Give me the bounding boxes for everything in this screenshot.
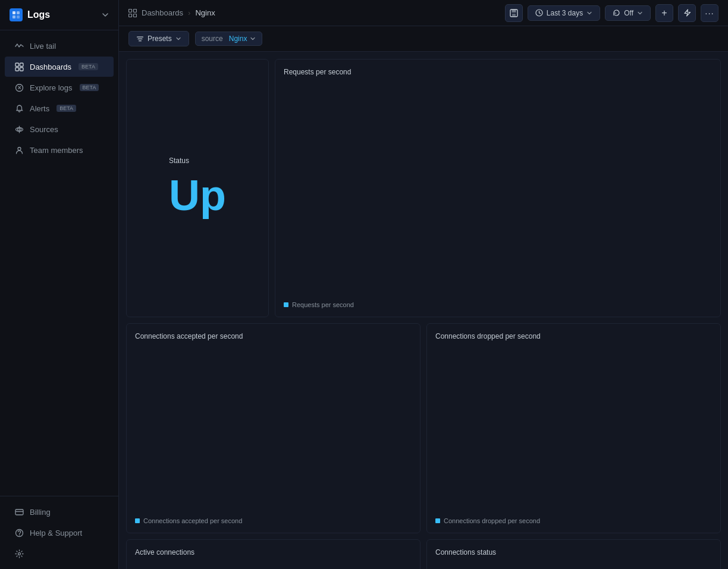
legend-dot — [135, 504, 140, 508]
breadcrumb-nginx: Nginx — [195, 8, 215, 17]
chevron-down-icon — [586, 10, 592, 16]
status-value: Up — [169, 111, 226, 160]
filter-value: Nginx — [229, 35, 247, 43]
sidebar-item-label: Billing — [30, 508, 51, 517]
sidebar-item-label: Alerts — [30, 104, 49, 113]
credit-card-icon — [14, 507, 24, 517]
svg-rect-6 — [15, 67, 19, 71]
svg-point-11 — [18, 147, 21, 150]
clock-icon — [535, 9, 543, 17]
lightning-button[interactable] — [678, 4, 696, 22]
breadcrumb: Dashboards › Nginx — [128, 8, 215, 17]
svg-rect-17 — [129, 9, 132, 12]
filter-key: source — [202, 35, 223, 43]
svg-rect-4 — [15, 63, 19, 67]
sidebar-item-billing[interactable]: Billing — [5, 502, 114, 522]
legend-dot-waiting — [512, 504, 517, 508]
svg-rect-2 — [12, 15, 15, 18]
requests-per-second-title: Requests per second — [284, 68, 712, 76]
breadcrumb-dashboards[interactable]: Dashboards — [142, 8, 183, 17]
chevron-down-icon — [250, 36, 256, 42]
sidebar-item-explore-logs[interactable]: Explore logs BETA — [5, 77, 114, 98]
active-connections-legend: Connections accepted per second — [135, 502, 412, 509]
dashboard-content: Status Up Requests per second Requests p… — [119, 52, 728, 569]
requests-per-second-panel: Requests per second Requests per second — [275, 59, 721, 197]
bell-icon — [14, 104, 24, 113]
source-filter-tag[interactable]: source Nginx — [195, 32, 263, 46]
legend-label-waiting: Connections waiting — [520, 502, 579, 509]
connections-status-panel: Connections status Connections reading C… — [426, 364, 721, 518]
grid-icon — [14, 62, 24, 71]
time-range-button[interactable]: Last 3 days — [528, 5, 600, 21]
logo-icon — [10, 8, 23, 21]
refresh-label: Off — [624, 9, 633, 17]
help-circle-icon — [14, 528, 24, 537]
topbar: Dashboards › Nginx Last 3 days Off + ··· — [119, 0, 728, 26]
sidebar-item-live-tail[interactable]: Live tail — [5, 36, 114, 56]
sidebar-item-label: Explore logs — [30, 83, 73, 92]
app-logo: Logs — [0, 0, 118, 30]
explore-icon — [14, 83, 24, 92]
svg-rect-22 — [512, 10, 516, 12]
connections-status-chart — [435, 387, 712, 498]
dashboards-breadcrumb-icon — [128, 9, 137, 17]
legend-label: Connections dropped per second — [444, 342, 540, 349]
legend-dot — [284, 182, 288, 187]
sidebar-item-alerts[interactable]: Alerts BETA — [5, 98, 114, 118]
sidebar-bottom: Billing Help & Support — [0, 496, 118, 569]
sidebar-item-team-members[interactable]: Team members — [5, 140, 114, 160]
legend-label: Requests per second — [292, 181, 354, 188]
svg-rect-12 — [15, 509, 23, 515]
sidebar-item-settings[interactable] — [5, 543, 114, 564]
sidebar-item-help-support[interactable]: Help & Support — [5, 523, 114, 543]
app-name: Logs — [27, 10, 50, 20]
row-3: Active connections Connections accepted … — [126, 364, 721, 518]
svg-rect-3 — [17, 15, 20, 18]
add-panel-button[interactable]: + — [655, 4, 673, 22]
presets-label: Presets — [148, 35, 172, 43]
more-options-button[interactable]: ··· — [701, 4, 718, 22]
connections-dropped-legend: Connections dropped per second — [435, 342, 712, 349]
activity-icon — [14, 41, 24, 51]
svg-rect-7 — [20, 67, 23, 71]
time-range-label: Last 3 days — [547, 9, 583, 17]
beta-badge: BETA — [79, 63, 98, 70]
breadcrumb-separator: › — [188, 8, 190, 17]
requests-per-second-legend: Requests per second — [284, 181, 712, 188]
svg-rect-20 — [134, 14, 137, 17]
svg-rect-0 — [12, 11, 15, 14]
sidebar-item-label: Sources — [30, 125, 58, 134]
sidebar-item-label: Team members — [30, 146, 83, 155]
status-title: Status — [169, 96, 226, 105]
connections-accepted-legend: Connections accepted per second — [135, 342, 412, 349]
topbar-actions: Last 3 days Off + ··· — [505, 4, 718, 22]
chevron-down-icon — [175, 36, 181, 42]
sources-icon — [14, 124, 24, 134]
legend-label: Connections accepted per second — [143, 502, 242, 509]
connections-status-title: Connections status — [435, 373, 712, 381]
svg-rect-27 — [139, 40, 142, 41]
save-dashboard-button[interactable] — [505, 4, 523, 22]
lightning-icon — [683, 9, 691, 17]
connections-accepted-panel: Connections accepted per second Connecti… — [126, 203, 421, 358]
settings-icon — [14, 549, 24, 558]
chevron-down-icon — [102, 11, 109, 18]
sidebar: Logs Live tail Dashboards BETA Explore l… — [0, 0, 119, 569]
refresh-button[interactable]: Off — [605, 5, 651, 21]
sidebar-item-dashboards[interactable]: Dashboards BETA — [5, 57, 114, 77]
svg-point-15 — [18, 534, 20, 536]
connections-accepted-chart — [135, 226, 412, 337]
sidebar-item-sources[interactable]: Sources — [5, 119, 114, 139]
legend-label-reading: Connections reading — [444, 502, 504, 509]
row-1: Status Up Requests per second Requests p… — [126, 59, 721, 197]
sidebar-item-label: Help & Support — [30, 529, 82, 537]
legend-label: Connections accepted per second — [143, 342, 242, 349]
active-connections-chart — [135, 387, 412, 498]
connections-dropped-chart — [435, 226, 712, 337]
svg-rect-19 — [129, 14, 132, 17]
active-connections-title: Active connections — [135, 373, 412, 381]
presets-button[interactable]: Presets — [128, 31, 189, 46]
svg-rect-1 — [17, 11, 20, 14]
svg-rect-5 — [20, 63, 23, 67]
sidebar-item-label: Dashboards — [30, 62, 71, 71]
